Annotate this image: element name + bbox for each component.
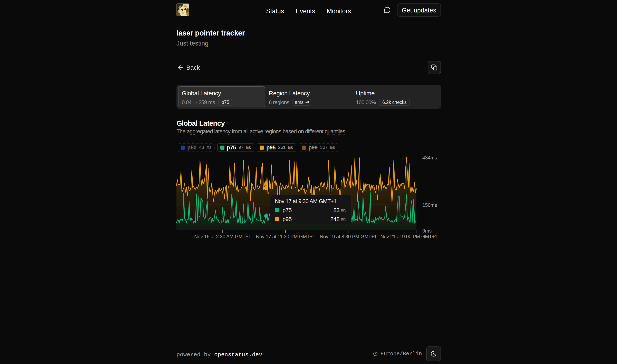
svg-text:Nov 19 at 8:30 PM GMT+1: Nov 19 at 8:30 PM GMT+1 xyxy=(320,234,377,239)
svg-text:0ms: 0ms xyxy=(422,228,432,234)
svg-text:Nov 16 at 2:30 AM GMT+1: Nov 16 at 2:30 AM GMT+1 xyxy=(194,234,251,239)
svg-text:150ms: 150ms xyxy=(422,202,437,208)
svg-text:Nov 17 at 11:30 PM GMT+1: Nov 17 at 11:30 PM GMT+1 xyxy=(256,234,315,239)
svg-text:Nov 21 at 9:00 PM GMT+1: Nov 21 at 9:00 PM GMT+1 xyxy=(380,234,437,239)
svg-text:434ms: 434ms xyxy=(422,155,437,160)
